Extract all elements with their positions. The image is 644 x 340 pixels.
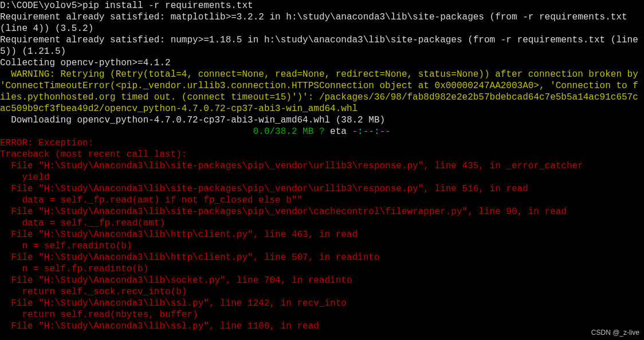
traceback-line: n = self.readinto(b) — [0, 241, 132, 251]
watermark: CSDN @_z-live — [591, 329, 639, 337]
progress-value: 0.0/38.2 MB — [253, 126, 314, 137]
traceback-line: n = self.fp.readinto(b) — [0, 264, 148, 274]
progress-pad — [0, 126, 253, 137]
traceback-line: File "H:\Study\Anaconda3\lib\http\client… — [0, 230, 358, 240]
requirement-numpy: Requirement already satisfied: numpy>=1.… — [0, 35, 643, 57]
traceback-line: File "H:\Study\Anaconda3\lib\site-packag… — [0, 161, 583, 171]
traceback-line: File "H:\Study\Anaconda3\lib\http\client… — [0, 252, 380, 263]
traceback-line: File "H:\Study\Anaconda3\lib\site-packag… — [0, 207, 567, 217]
progress-eta-label: eta — [325, 126, 352, 137]
progress-speed: ? — [313, 126, 324, 137]
collecting-line: Collecting opencv-python>=4.1.2 — [0, 58, 171, 68]
downloading-line: Downloading opencv_python-4.7.0.72-cp37-… — [0, 115, 385, 125]
prompt-line: D:\CODE\yolov5>pip install -r requiremen… — [0, 1, 253, 11]
traceback-line: File "H:\Study\Anaconda3\lib\ssl.py", li… — [0, 298, 347, 309]
error-header: ERROR: Exception: — [0, 138, 93, 148]
progress-eta: -:--:-- — [352, 126, 391, 137]
traceback-header: Traceback (most recent call last): — [0, 149, 187, 160]
traceback-line: File "H:\Study\Anaconda3\lib\site-packag… — [0, 184, 528, 194]
terminal-output[interactable]: D:\CODE\yolov5>pip install -r requiremen… — [0, 0, 644, 332]
traceback-line: data = self.__fp.read(amt) — [0, 218, 165, 228]
traceback-line: File "H:\Study\Anaconda3\lib\ssl.py", li… — [0, 321, 319, 331]
traceback-line: return self._sock.recv_into(b) — [0, 287, 187, 297]
traceback-line: yield — [0, 172, 49, 183]
requirement-matplotlib: Requirement already satisfied: matplotli… — [0, 12, 633, 34]
traceback-line: return self.read(nbytes, buffer) — [0, 310, 198, 320]
traceback-line: data = self._fp.read(amt) if not fp_clos… — [0, 195, 303, 205]
warning-block: WARNING: Retrying (Retry(total=4, connec… — [0, 69, 643, 114]
traceback-line: File "H:\Study\Anaconda3\lib\socket.py",… — [0, 275, 352, 286]
